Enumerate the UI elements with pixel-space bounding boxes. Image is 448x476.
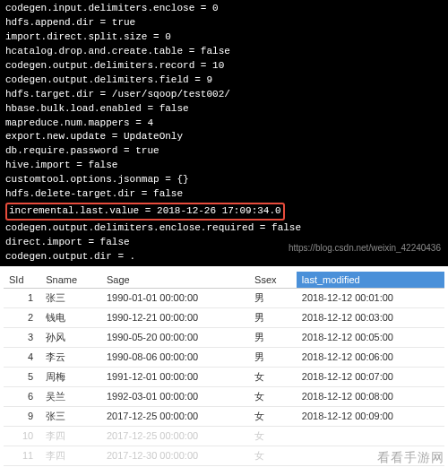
terminal-line: hdfs.target.dir = /user/sqoop/test002/	[5, 88, 443, 102]
cell-sid: 5	[4, 367, 40, 386]
table-row[interactable]: 2钱电1990-12-21 00:00:00男2018-12-12 00:03:…	[4, 307, 444, 327]
data-table-container: SId Sname Sage Ssex last_modified 1张三199…	[0, 266, 448, 470]
terminal-line: codegen.output.delimiters.enclose.requir…	[5, 221, 443, 236]
cell-sname: 李四	[40, 426, 101, 446]
cell-sid: 3	[4, 327, 40, 347]
table-row[interactable]: 10李四2017-12-25 00:00:00女	[4, 426, 444, 446]
highlighted-config-line: incremental.last.value = 2018-12-26 17:0…	[5, 203, 285, 221]
terminal-line: hcatalog.drop.and.create.table = false	[5, 45, 443, 59]
cell-sid: 4	[4, 347, 40, 367]
table-row[interactable]: 3孙风1990-05-20 00:00:00男2018-12-12 00:05:…	[4, 327, 444, 347]
cell-sage: 2017-12-25 00:00:00	[101, 426, 249, 446]
cell-sage: 1990-05-20 00:00:00	[101, 327, 249, 347]
table-header-row: SId Sname Sage Ssex last_modified	[4, 272, 444, 289]
cell-sage: 1990-08-06 00:00:00	[101, 347, 249, 367]
cell-sid: 11	[4, 446, 40, 465]
col-sname[interactable]: Sname	[40, 272, 101, 289]
cell-sname: 李四	[40, 446, 101, 465]
terminal-line: customtool.options.jsonmap = {}	[5, 173, 443, 187]
cell-last_modified: 2018-12-12 00:08:00	[297, 386, 444, 406]
cell-sid: 10	[4, 426, 40, 446]
cell-last_modified: 2018-12-12 00:03:00	[297, 307, 444, 327]
cell-sname: 周梅	[40, 367, 101, 386]
cell-ssex: 女	[249, 386, 297, 406]
terminal-line: mapreduce.num.mappers = 4	[5, 117, 443, 131]
cell-sname: 张三	[40, 288, 101, 307]
site-watermark: 看看手游网	[377, 450, 444, 466]
terminal-line: codegen.output.delimiters.field = 9	[5, 74, 443, 88]
cell-ssex: 男	[249, 288, 297, 307]
cell-sid: 2	[4, 307, 40, 327]
table-row[interactable]: 4李云1990-08-06 00:00:00男2018-12-12 00:06:…	[4, 347, 444, 367]
cell-sname: 钱电	[40, 307, 101, 327]
cell-ssex: 女	[249, 446, 297, 465]
cell-last_modified: 2018-12-12 00:07:00	[297, 367, 444, 386]
cell-sage: 2017-12-30 00:00:00	[101, 446, 249, 465]
terminal-output: codegen.input.delimiters.enclose = 0hdfs…	[0, 0, 448, 266]
terminal-line: hive.import = false	[5, 159, 443, 173]
cell-ssex: 男	[249, 327, 297, 347]
table-row[interactable]: 6吴兰1992-03-01 00:00:00女2018-12-12 00:08:…	[4, 386, 444, 406]
col-last-modified[interactable]: last_modified	[297, 272, 444, 289]
cell-ssex: 女	[249, 367, 297, 386]
table-row[interactable]: 5周梅1991-12-01 00:00:00女2018-12-12 00:07:…	[4, 367, 444, 386]
terminal-line: db.require.password = true	[5, 144, 443, 159]
col-sage[interactable]: Sage	[101, 272, 249, 289]
terminal-line: export.new.update = UpdateOnly	[5, 130, 443, 144]
cell-last_modified: 2018-12-12 00:06:00	[297, 347, 444, 367]
cell-last_modified: 2018-12-12 00:09:00	[297, 406, 444, 426]
terminal-line: hdfs.delete-target.dir = false	[5, 187, 443, 202]
cell-last_modified: 2018-12-12 00:05:00	[297, 327, 444, 347]
cell-sname: 李云	[40, 347, 101, 367]
cell-sid: 1	[4, 288, 40, 307]
cell-ssex: 女	[249, 426, 297, 446]
cell-sid: 9	[4, 406, 40, 426]
col-sid[interactable]: SId	[4, 272, 40, 289]
cell-sid: 6	[4, 386, 40, 406]
cell-sage: 1991-12-01 00:00:00	[101, 367, 249, 386]
cell-ssex: 男	[249, 347, 297, 367]
terminal-line: codegen.output.delimiters.record = 10	[5, 59, 443, 74]
cell-last_modified: 2018-12-12 00:01:00	[297, 288, 444, 307]
cell-sage: 1992-03-01 00:00:00	[101, 386, 249, 406]
cell-sage: 2017-12-25 00:00:00	[101, 406, 249, 426]
cell-sname: 吴兰	[40, 386, 101, 406]
cell-sage: 1990-01-01 00:00:00	[101, 288, 249, 307]
cell-sname: 孙风	[40, 327, 101, 347]
terminal-line: hbase.bulk.load.enabled = false	[5, 102, 443, 117]
col-ssex[interactable]: Ssex	[249, 272, 297, 289]
terminal-line: import.direct.split.size = 0	[5, 30, 443, 45]
cell-sage: 1990-12-21 00:00:00	[101, 307, 249, 327]
terminal-line: codegen.input.delimiters.enclose = 0	[5, 2, 443, 16]
blog-watermark: https://blog.csdn.net/weixin_42240436	[289, 242, 441, 255]
cell-ssex: 女	[249, 406, 297, 426]
data-table: SId Sname Sage Ssex last_modified 1张三199…	[4, 272, 444, 466]
terminal-line: hdfs.append.dir = true	[5, 16, 443, 30]
cell-sname: 张三	[40, 406, 101, 426]
cell-last_modified	[297, 426, 444, 446]
table-row[interactable]: 9张三2017-12-25 00:00:00女2018-12-12 00:09:…	[4, 406, 444, 426]
table-row[interactable]: 1张三1990-01-01 00:00:00男2018-12-12 00:01:…	[4, 288, 444, 307]
cell-ssex: 男	[249, 307, 297, 327]
